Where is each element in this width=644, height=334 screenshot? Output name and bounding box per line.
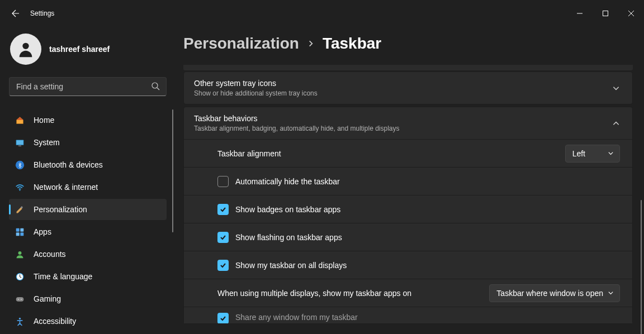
- back-button[interactable]: [4, 2, 27, 25]
- minimize-button[interactable]: [567, 2, 593, 25]
- nav-label: System: [34, 138, 60, 147]
- apps-icon: [15, 227, 25, 237]
- row-share-window[interactable]: Share any window from my taskbar: [184, 307, 632, 323]
- nav-item-apps[interactable]: Apps: [9, 221, 167, 242]
- checkbox[interactable]: [217, 232, 229, 243]
- search-wrap: [9, 77, 167, 96]
- search-icon: [151, 82, 160, 90]
- checkbox-label: Show flashing on taskbar apps: [235, 233, 342, 242]
- checkbox-label: Share any window from my taskbar: [235, 313, 358, 322]
- checkbox[interactable]: [217, 176, 229, 187]
- section-subtitle: Taskbar alignment, badging, automaticall…: [194, 125, 612, 132]
- svg-rect-4: [16, 140, 23, 145]
- dropdown-value: Taskbar where window is open: [496, 289, 603, 298]
- svg-point-17: [18, 299, 19, 300]
- row-label: When using multiple displays, show my ta…: [217, 289, 489, 298]
- taskbar-behaviors-header[interactable]: Taskbar behaviors Taskbar alignment, bad…: [184, 107, 632, 139]
- chevron-right-icon: [307, 37, 315, 50]
- svg-rect-9: [16, 228, 19, 231]
- checkbox[interactable]: [217, 260, 229, 271]
- nav-item-home[interactable]: Home: [9, 109, 167, 131]
- section-title: Other system tray icons: [194, 79, 612, 88]
- svg-rect-12: [20, 232, 23, 236]
- nav-label: Accessibility: [34, 317, 76, 326]
- svg-point-7: [19, 189, 20, 190]
- nav-item-network[interactable]: Network & internet: [9, 176, 167, 198]
- accounts-icon: [15, 249, 25, 259]
- nav-label: Network & internet: [34, 183, 98, 192]
- dropdown-value: Left: [572, 149, 585, 158]
- checkbox[interactable]: [217, 313, 229, 323]
- nav-label: Apps: [34, 227, 51, 236]
- gaming-icon: [15, 294, 25, 304]
- checkbox-label: Show my taskbar on all displays: [235, 261, 347, 270]
- section-other-tray[interactable]: Other system tray icons Show or hide add…: [183, 71, 633, 104]
- search-input[interactable]: [9, 77, 167, 96]
- checkbox-label: Show badges on taskbar apps: [235, 205, 340, 214]
- system-icon: [15, 137, 25, 147]
- accessibility-icon: [15, 316, 25, 326]
- svg-rect-16: [16, 297, 23, 302]
- network-icon: [15, 182, 25, 192]
- time-icon: [15, 271, 25, 281]
- svg-rect-11: [16, 232, 19, 236]
- svg-point-19: [18, 317, 20, 319]
- maximize-icon: [603, 11, 608, 16]
- svg-rect-10: [20, 228, 23, 231]
- content-scrollbar[interactable]: [641, 200, 642, 334]
- row-show-flashing[interactable]: Show flashing on taskbar apps: [184, 223, 632, 251]
- svg-point-1: [22, 43, 29, 49]
- titlebar: Settings: [0, 0, 644, 27]
- sidebar: tashreef shareef Home System: [0, 27, 173, 334]
- svg-rect-0: [603, 11, 608, 16]
- nav-item-bluetooth[interactable]: Bluetooth & devices: [9, 154, 167, 175]
- home-icon: [15, 115, 25, 125]
- chevron-down-icon: [608, 290, 614, 296]
- chevron-down-icon: [608, 150, 614, 156]
- row-label: Taskbar alignment: [217, 149, 565, 158]
- maximize-button[interactable]: [593, 2, 618, 25]
- chevron-down-icon: [612, 84, 620, 92]
- page-title: Taskbar: [323, 35, 381, 53]
- nav-label: Gaming: [34, 294, 61, 303]
- close-icon: [628, 11, 634, 16]
- row-taskbar-alignment: Taskbar alignment Left: [184, 139, 632, 167]
- nav-item-accounts[interactable]: Accounts: [9, 244, 167, 265]
- dropdown-taskbar-alignment[interactable]: Left: [565, 145, 620, 163]
- section-title: Taskbar behaviors: [194, 114, 612, 123]
- svg-point-18: [21, 299, 22, 300]
- profile[interactable]: tashreef shareef: [9, 31, 173, 77]
- arrow-left-icon: [11, 9, 20, 18]
- nav-label: Accounts: [34, 250, 66, 259]
- checkbox[interactable]: [217, 204, 229, 215]
- nav-item-time[interactable]: Time & language: [9, 266, 167, 287]
- row-multi-display: When using multiple displays, show my ta…: [184, 279, 632, 307]
- nav-item-system[interactable]: System: [9, 132, 167, 153]
- row-auto-hide[interactable]: Automatically hide the taskbar: [184, 167, 632, 195]
- nav: Home System Bluetooth & devices Network …: [9, 109, 173, 333]
- personalization-icon: [15, 204, 25, 214]
- close-button[interactable]: [618, 2, 644, 25]
- nav-label: Personalization: [34, 205, 87, 214]
- svg-point-13: [18, 251, 21, 254]
- svg-rect-5: [18, 145, 21, 146]
- chevron-up-icon: [612, 120, 620, 127]
- row-show-all-displays[interactable]: Show my taskbar on all displays: [184, 251, 632, 279]
- window-controls: [567, 2, 644, 25]
- nav-label: Bluetooth & devices: [34, 160, 103, 169]
- breadcrumb-parent[interactable]: Personalization: [183, 35, 299, 53]
- svg-point-2: [152, 83, 158, 88]
- dropdown-multi-display[interactable]: Taskbar where window is open: [489, 284, 620, 302]
- prev-section-sliver: [183, 65, 633, 70]
- nav-item-personalization[interactable]: Personalization: [9, 199, 167, 220]
- row-show-badges[interactable]: Show badges on taskbar apps: [184, 195, 632, 223]
- nav-item-accessibility[interactable]: Accessibility: [9, 311, 167, 332]
- minimize-icon: [577, 11, 583, 16]
- section-subtitle: Show or hide additional system tray icon…: [194, 89, 612, 97]
- nav-label: Time & language: [34, 272, 92, 281]
- section-taskbar-behaviors: Taskbar behaviors Taskbar alignment, bad…: [183, 107, 633, 324]
- checkbox-label: Automatically hide the taskbar: [235, 177, 340, 186]
- avatar: [10, 34, 41, 65]
- bluetooth-icon: [15, 160, 25, 170]
- nav-item-gaming[interactable]: Gaming: [9, 288, 167, 309]
